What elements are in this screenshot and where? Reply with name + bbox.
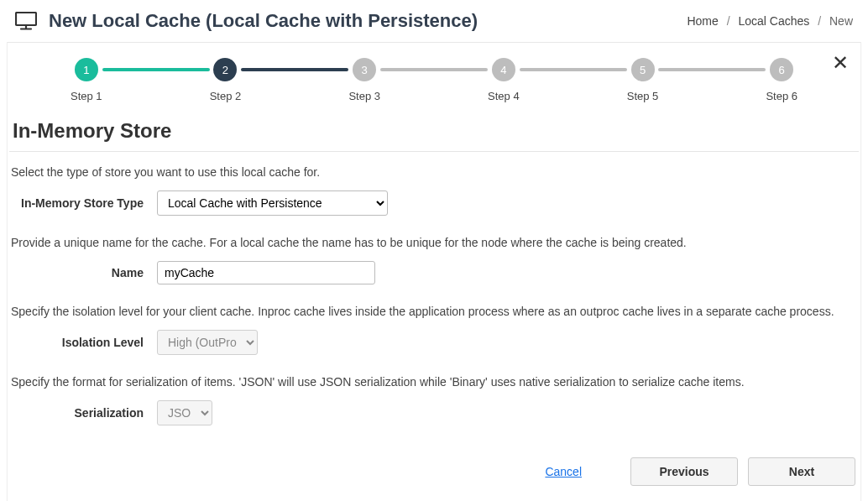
- step-1[interactable]: 1 Step 1: [71, 58, 102, 102]
- step-label-6: Step 6: [766, 90, 797, 102]
- close-icon: ✕: [832, 51, 849, 74]
- step-circle-2: 2: [213, 58, 237, 81]
- wizard-modal: ✕ 1 Step 1 2 Step 2 3 Step 3 4 Step 4: [7, 42, 861, 501]
- step-label-3: Step 3: [348, 90, 380, 102]
- next-button[interactable]: Next: [748, 457, 855, 486]
- name-input[interactable]: [157, 261, 375, 284]
- breadcrumb-local-caches[interactable]: Local Caches: [738, 14, 809, 28]
- step-label-5: Step 5: [627, 90, 659, 102]
- name-help: Provide a unique name for the cache. For…: [11, 236, 857, 249]
- breadcrumb-home[interactable]: Home: [687, 14, 718, 28]
- section-title: In-Memory Store: [9, 107, 859, 148]
- store-type-select[interactable]: Local Cache with Persistence: [157, 190, 388, 216]
- step-label-2: Step 2: [210, 90, 242, 102]
- step-label-4: Step 4: [488, 90, 520, 102]
- step-circle-4: 4: [492, 58, 515, 81]
- page-title: New Local Cache (Local Cache with Persis…: [49, 10, 478, 32]
- step-4[interactable]: 4 Step 4: [488, 58, 520, 102]
- serialization-help: Specify the format for serialization of …: [11, 375, 857, 389]
- store-type-help: Select the type of store you want to use…: [11, 165, 857, 179]
- step-circle-3: 3: [353, 58, 376, 81]
- step-circle-6: 6: [770, 58, 793, 81]
- serialization-select: JSON: [157, 400, 212, 425]
- step-circle-1: 1: [75, 58, 98, 81]
- section-divider: [9, 151, 859, 152]
- isolation-label: Isolation Level: [11, 336, 157, 349]
- wizard-stepper: 1 Step 1 2 Step 2 3 Step 3 4 Step 4 5 St…: [8, 58, 860, 107]
- step-5[interactable]: 5 Step 5: [627, 58, 659, 102]
- monitor-icon: [15, 12, 37, 30]
- close-button[interactable]: ✕: [829, 50, 852, 76]
- name-row: Name: [11, 261, 857, 284]
- svg-rect-0: [16, 13, 36, 25]
- name-label: Name: [11, 266, 157, 279]
- step-circle-5: 5: [631, 58, 655, 81]
- isolation-row: Isolation Level High (OutProc): [11, 330, 857, 355]
- previous-button[interactable]: Previous: [630, 457, 738, 486]
- breadcrumb-current: New: [829, 14, 853, 28]
- form-content: Select the type of store you want to use…: [8, 165, 860, 425]
- page-header: New Local Cache (Local Cache with Persis…: [0, 0, 868, 39]
- cancel-link[interactable]: Cancel: [545, 465, 582, 478]
- store-type-label: In-Memory Store Type: [11, 196, 157, 210]
- step-3[interactable]: 3 Step 3: [348, 58, 380, 102]
- connector-2-3: [241, 68, 348, 71]
- connector-3-4: [380, 68, 488, 71]
- connector-1-2: [102, 68, 210, 71]
- isolation-select: High (OutProc): [157, 330, 258, 355]
- isolation-help: Specify the isolation level for your cli…: [11, 305, 857, 318]
- connector-5-6: [658, 68, 766, 71]
- breadcrumb: Home / Local Caches / New: [687, 14, 853, 28]
- connector-4-5: [520, 68, 627, 71]
- step-2[interactable]: 2 Step 2: [210, 58, 242, 102]
- serialization-row: Serialization JSON: [11, 400, 857, 425]
- wizard-footer: Cancel Previous Next: [8, 442, 860, 486]
- step-label-1: Step 1: [71, 90, 102, 102]
- serialization-label: Serialization: [11, 406, 157, 420]
- step-6[interactable]: 6 Step 6: [766, 58, 797, 102]
- store-type-row: In-Memory Store Type Local Cache with Pe…: [11, 190, 857, 216]
